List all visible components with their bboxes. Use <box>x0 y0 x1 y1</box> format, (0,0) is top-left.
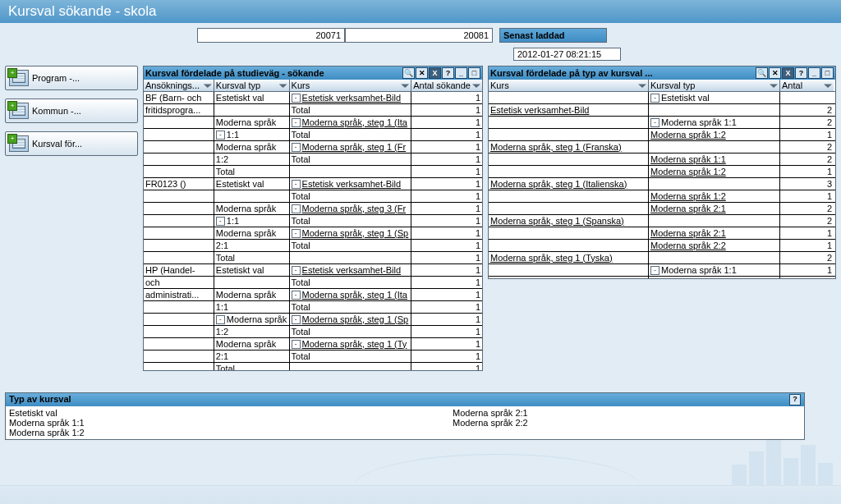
table-cell: Moderna språk <box>214 227 290 239</box>
dropdown-icon[interactable] <box>472 81 480 89</box>
sidebar-item-kommun[interactable]: +Kommun -... <box>5 99 138 123</box>
table-row[interactable]: Moderna språk-Moderna språk, steg 1 (Sp1 <box>144 227 482 240</box>
help-icon[interactable]: ? <box>795 67 807 79</box>
table-row[interactable]: Moderna språk, steg 1 (Tyska)2 <box>489 252 835 264</box>
collapse-icon[interactable]: - <box>216 315 225 324</box>
dropdown-icon[interactable] <box>401 81 409 89</box>
table-row[interactable]: Moderna språk 2:11 <box>489 227 835 240</box>
list-item[interactable]: Moderna språk 1:2 <box>9 428 436 438</box>
table-row[interactable]: -Moderna språk 1:12 <box>489 117 835 129</box>
table-row[interactable]: ochTotal1 <box>144 277 482 289</box>
maximize-icon[interactable]: □ <box>468 67 480 79</box>
dropdown-icon[interactable] <box>824 81 832 89</box>
table-row[interactable]: 1:2Total1 <box>144 153 482 166</box>
table-row[interactable]: 2:1Total1 <box>144 351 482 363</box>
table-row[interactable]: -1:1Total1 <box>144 215 482 227</box>
collapse-icon[interactable]: - <box>650 266 659 275</box>
table-row[interactable]: -1:1Total1 <box>144 129 482 141</box>
sidebar-item-program[interactable]: +Program -... <box>5 66 138 90</box>
table-row[interactable]: Moderna språk 1:21 <box>489 166 835 178</box>
column-header[interactable]: Kursval typ <box>214 80 290 91</box>
collapse-icon[interactable]: - <box>216 131 225 140</box>
collapse-icon[interactable]: - <box>216 217 225 226</box>
column-header[interactable]: Antal sökande <box>411 80 482 91</box>
table-cell: 2 <box>780 117 834 128</box>
table-row[interactable]: -Moderna språk-Moderna språk, steg 1 (Sp… <box>144 314 482 326</box>
table-cell: Moderna språk 1:1 <box>649 153 780 165</box>
table-cell: -Estetisk verksamhet-Bild <box>290 92 412 103</box>
table-row[interactable]: -Estetiskt val <box>489 92 835 104</box>
excel-icon[interactable]: X <box>782 67 794 79</box>
list-item[interactable]: Moderna språk 2:2 <box>453 418 528 428</box>
dropdown-icon[interactable] <box>638 81 646 89</box>
table-row[interactable]: Estetisk verksamhet-Bild2 <box>489 104 835 117</box>
table-row[interactable]: Moderna språk 1:12 <box>489 153 835 166</box>
table-row[interactable]: Total1 <box>144 166 482 178</box>
table-row[interactable]: Moderna språk 2:21 <box>489 240 835 252</box>
table-row[interactable]: Moderna språk-Moderna språk, steg 1 (Fr1 <box>144 141 482 153</box>
collapse-icon[interactable]: - <box>650 94 659 103</box>
column-header[interactable]: Kurs <box>290 80 412 91</box>
bottom-title: Typ av kursval <box>9 394 71 405</box>
table-row[interactable]: Moderna språk-Moderna språk, steg 1 (Ita… <box>144 117 482 129</box>
column-header[interactable]: Kursval typ <box>649 80 780 91</box>
table-row[interactable]: fritidsprogra...Total1 <box>144 104 482 117</box>
dropdown-icon[interactable] <box>770 81 778 89</box>
column-header[interactable]: Antal <box>780 80 834 91</box>
table-row[interactable]: Moderna språk-Moderna språk, steg 1 (Ty1 <box>144 338 482 351</box>
table-row[interactable]: 1:2Total1 <box>144 326 482 338</box>
clear-icon[interactable]: ✕ <box>769 67 781 79</box>
collapse-icon[interactable]: - <box>292 180 301 189</box>
collapse-icon[interactable]: - <box>292 204 301 213</box>
table-row[interactable]: Moderna språk 1:21 <box>489 190 835 203</box>
column-header[interactable]: Ansöknings... <box>144 80 214 91</box>
table-row[interactable]: FR0123 ()Estetiskt val-Estetisk verksamh… <box>144 178 482 190</box>
minimize-icon[interactable]: _ <box>808 67 820 79</box>
clear-icon[interactable]: ✕ <box>416 67 428 79</box>
help-icon[interactable]: ? <box>442 67 454 79</box>
table-row[interactable]: -Moderna språk 1:11 <box>489 264 835 277</box>
table-cell: Moderna språk, steg 1 (Spanska) <box>489 215 649 227</box>
list-item[interactable]: Moderna språk 2:1 <box>453 408 528 418</box>
table-row[interactable]: 2:1Total1 <box>144 240 482 252</box>
collapse-icon[interactable]: - <box>292 340 301 349</box>
sidebar-item-kursval[interactable]: +Kursval för... <box>5 131 138 156</box>
table-row[interactable]: Moderna språk, steg 1 (Italienska)3 <box>489 178 835 190</box>
table-row[interactable]: BF (Barn- ochEstetiskt val-Estetisk verk… <box>144 92 482 104</box>
table-row[interactable]: 1:1Total1 <box>144 301 482 314</box>
help-icon[interactable]: ? <box>789 394 801 405</box>
search-icon[interactable]: 🔍 <box>756 67 768 79</box>
table-row[interactable]: HP (Handel-Estetiskt val-Estetisk verksa… <box>144 264 482 277</box>
collapse-icon[interactable]: - <box>292 118 301 127</box>
table-cell: administrati... <box>144 289 214 300</box>
column-header[interactable]: Kurs <box>489 80 649 91</box>
collapse-icon[interactable]: - <box>292 291 301 300</box>
collapse-icon[interactable]: - <box>292 266 301 275</box>
search-icon[interactable]: 🔍 <box>402 67 415 79</box>
table-row[interactable]: Moderna språk, steg 1 (Franska)2 <box>489 141 835 153</box>
table-cell: Moderna språk 2:1 <box>649 203 780 214</box>
table-row[interactable]: Moderna språk-Moderna språk, steg 3 (Fr1 <box>144 203 482 215</box>
dropdown-icon[interactable] <box>279 81 287 89</box>
excel-icon[interactable]: X <box>429 67 441 79</box>
table-row[interactable]: Moderna språk 2:12 <box>489 203 835 215</box>
maximize-icon[interactable]: □ <box>821 67 834 79</box>
table-row[interactable]: Moderna språk, steg 1 (Spanska)2 <box>489 215 835 227</box>
collapse-icon[interactable]: - <box>292 143 301 152</box>
table-cell: 1 <box>411 351 482 362</box>
table-row[interactable]: Total1 <box>144 190 482 203</box>
table-row[interactable]: Total1 <box>144 252 482 264</box>
dropdown-icon[interactable] <box>204 81 212 89</box>
collapse-icon[interactable]: - <box>650 118 659 127</box>
minimize-icon[interactable]: _ <box>455 67 467 79</box>
collapse-icon[interactable]: - <box>292 94 301 103</box>
table-row[interactable]: Total1 <box>144 363 482 370</box>
table-row[interactable]: Moderna språk 1:21 <box>489 129 835 141</box>
list-item[interactable]: Estetiskt val <box>9 408 436 418</box>
table-row[interactable]: Moderna språk, steg 3 (Franska)1 <box>489 277 835 278</box>
table-row[interactable]: administrati...Moderna språk-Moderna spr… <box>144 289 482 301</box>
collapse-icon[interactable]: - <box>292 315 301 324</box>
table-cell: 1 <box>411 153 482 165</box>
collapse-icon[interactable]: - <box>292 229 301 238</box>
list-item[interactable]: Moderna språk 1:1 <box>9 418 436 428</box>
